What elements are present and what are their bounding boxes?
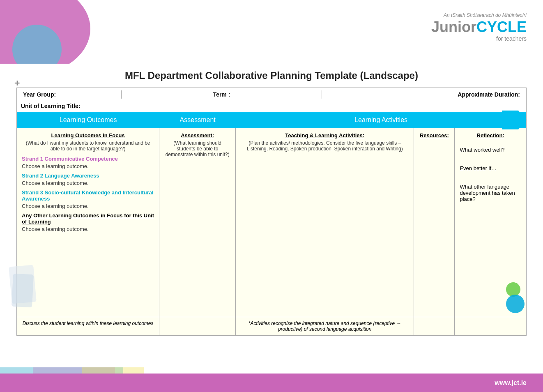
other-choose: Choose a learning outcome. — [22, 226, 154, 232]
year-group-label: Year Group: — [21, 90, 121, 99]
arrow-decoration — [502, 112, 527, 128]
top-bar: An tSraith Shóisearach do Mhúinteoirí Ju… — [0, 0, 543, 64]
planning-table: Year Group: Term : Approximate Duration:… — [16, 88, 527, 336]
footer-reflection — [455, 317, 526, 335]
add-row-icon[interactable]: ✛ — [14, 79, 20, 87]
assessment-column-subtext: (What learning should students be able t… — [164, 140, 230, 157]
unit-label: Unit of Learning Title: — [21, 103, 80, 109]
page-title-area: MFL Department Collaborative Planning Te… — [0, 64, 543, 85]
lo-column-header: Learning Outcomes in Focus — [22, 132, 154, 138]
bottom-deco-row — [0, 363, 543, 374]
assessment-column-header: Assessment: — [164, 132, 230, 138]
footer-activities: *Activities recognise the integrated nat… — [236, 317, 414, 335]
footer-assessment — [159, 317, 236, 335]
lo-column-subtext: (What do I want my students to know, und… — [22, 140, 154, 152]
logo-junior: Junior — [431, 18, 476, 35]
blue-col-learning-outcomes: Learning Outcomes — [17, 112, 159, 128]
reflection-column-header: Reflection: — [460, 132, 521, 138]
page-wrapper: An tSraith Shóisearach do Mhúinteoirí Ju… — [0, 0, 543, 392]
what-worked-text: What worked well? — [460, 147, 521, 153]
blue-header-inner: Learning Outcomes Assessment Learning Ac… — [17, 112, 526, 128]
approx-duration-label: Approximate Duration: — [322, 90, 522, 99]
data-table: Learning Outcomes in Focus (What do I wa… — [17, 128, 526, 317]
logo-cycle: CYCLE — [476, 18, 527, 35]
logo-subtitle: An tSraith Shóisearach do Mhúinteoirí — [431, 12, 527, 18]
side-paper-decoration-2 — [12, 274, 34, 308]
strand2-link[interactable]: Strand 2 Language Awareness — [22, 173, 154, 179]
blue-circle-decoration — [506, 295, 525, 313]
meta-row-1: Year Group: Term : Approximate Duration: — [17, 88, 526, 101]
strand2-choose: Choose a learning outcome. — [22, 180, 154, 186]
strand1-choose: Choose a learning outcome. — [22, 163, 154, 169]
svg-marker-0 — [502, 111, 527, 129]
strand3-link[interactable]: Strand 3 Socio-cultural Knowledge and In… — [22, 189, 154, 202]
other-outcomes-label: Any Other Learning Outcomes in Focus for… — [22, 212, 154, 225]
blue-header-row: Learning Outcomes Assessment Learning Ac… — [17, 112, 526, 128]
logo-tagline: for teachers — [431, 35, 527, 42]
other-language-text: What other language development has take… — [460, 184, 521, 202]
strand1-link[interactable]: Strand 1 Communicative Competence — [22, 156, 154, 162]
col-assessment: Assessment: (What learning should studen… — [159, 128, 236, 317]
col-learning-outcomes: Learning Outcomes in Focus (What do I wa… — [17, 128, 159, 317]
footer-lo: Discuss the student learning within thes… — [17, 317, 159, 335]
bottom-yellow-strip — [82, 367, 144, 374]
activities-column-subtext: (Plan the activities/ methodologies. Con… — [241, 140, 409, 152]
website-url: www.jct.ie — [495, 379, 527, 387]
page-title: MFL Department Collaborative Planning Te… — [16, 70, 527, 81]
meta-row-2: Unit of Learning Title: — [17, 101, 526, 112]
col-activities: Teaching & Learning Activities: (Plan th… — [236, 128, 414, 317]
bottom-bar: www.jct.ie — [0, 374, 543, 392]
col-resources: Resources: — [414, 128, 455, 317]
main-content: ✛ Year Group: Term : Approximate Duratio… — [0, 85, 543, 363]
blue-col-assessment: Assessment — [159, 112, 236, 128]
table-wrapper: ✛ Year Group: Term : Approximate Duratio… — [16, 88, 527, 336]
term-label: Term : — [121, 90, 322, 99]
even-better-text: Even better if… — [460, 165, 521, 171]
logo-area: An tSraith Shóisearach do Mhúinteoirí Ju… — [431, 12, 527, 42]
strand3-choose: Choose a learning outcome. — [22, 203, 154, 209]
resources-column-header: Resources: — [419, 132, 449, 138]
footer-row: Discuss the student learning within thes… — [17, 317, 526, 335]
activities-column-header: Teaching & Learning Activities: — [241, 132, 409, 138]
footer-resources — [414, 317, 455, 335]
logo-main: JuniorCYCLE — [431, 20, 527, 35]
blue-col-learning-activities: Learning Activities — [236, 112, 526, 128]
